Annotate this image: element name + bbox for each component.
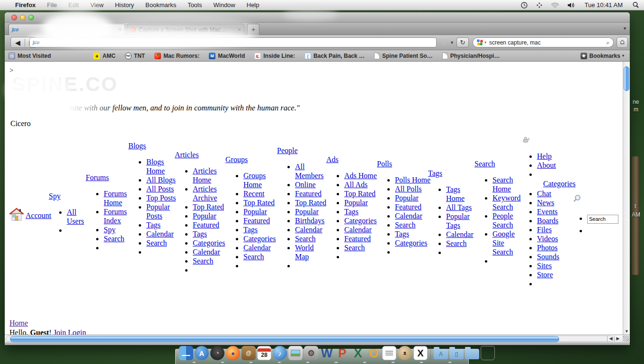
- back-button[interactable]: ◀: [11, 39, 25, 46]
- nav-link[interactable]: Events: [537, 208, 558, 216]
- nav-link[interactable]: Calendar: [193, 248, 220, 256]
- scroll-right-arrow[interactable]: ▶: [614, 336, 621, 342]
- nav-link[interactable]: Search: [446, 239, 467, 247]
- nav-link[interactable]: Forums Home: [104, 190, 127, 207]
- nav-link[interactable]: Google Site Search: [492, 230, 515, 256]
- dock-system-preferences-icon[interactable]: ⚙: [304, 346, 318, 360]
- column-heading-link[interactable]: Polls: [377, 160, 432, 168]
- nav-link[interactable]: Calendar: [395, 212, 422, 220]
- vertical-scrollbar-thumb[interactable]: [624, 66, 629, 91]
- nav-link[interactable]: Popular: [295, 208, 319, 216]
- nav-link[interactable]: Sounds: [537, 253, 559, 261]
- nav-link[interactable]: Articles Home: [193, 167, 217, 184]
- nav-link[interactable]: Popular: [193, 212, 216, 220]
- home-link[interactable]: Home: [9, 319, 28, 327]
- nav-link[interactable]: All Tags: [446, 203, 472, 211]
- vertical-scrollbar[interactable]: ▼: [623, 62, 630, 335]
- menu-help[interactable]: Help: [247, 1, 259, 9]
- menu-file[interactable]: File: [47, 1, 57, 9]
- nav-link[interactable]: Chat: [537, 190, 551, 198]
- nav-link[interactable]: Popular Tags: [446, 212, 470, 229]
- dock-address-book-icon[interactable]: @: [242, 346, 256, 360]
- bookmark-tnt[interactable]: TNT TNT: [125, 53, 145, 59]
- nav-link[interactable]: All Blogs: [146, 176, 176, 184]
- column-heading-link[interactable]: Search: [474, 160, 524, 168]
- nav-link[interactable]: All Users: [67, 208, 84, 225]
- minimize-window-button[interactable]: [20, 15, 26, 20]
- categories-heading-link[interactable]: Categories: [543, 180, 574, 188]
- nav-link[interactable]: Search: [243, 253, 264, 261]
- nav-link[interactable]: Popular: [395, 194, 419, 202]
- window-resize-grip[interactable]: [623, 336, 629, 342]
- dock-applications-folder-icon[interactable]: A: [434, 349, 448, 359]
- bookmark-mac-rumors[interactable]: 🍎 Mac Rumors:: [154, 53, 199, 59]
- bookmark-spine-patient[interactable]: Spine Patient So…: [374, 53, 433, 59]
- bookmark-macworld[interactable]: M MacWorld: [209, 53, 245, 59]
- column-heading-link[interactable]: Spy: [49, 192, 89, 200]
- url-bar[interactable]: ∫co: [29, 37, 437, 47]
- tab-capture-screenshot[interactable]: Capture a Screen Shot with Mac… ×: [127, 24, 244, 35]
- dock-downloads-folder-icon[interactable]: [465, 349, 479, 359]
- nav-link[interactable]: Photos: [537, 244, 558, 252]
- wifi-icon[interactable]: [551, 2, 559, 9]
- nav-link[interactable]: Store: [537, 271, 553, 279]
- dock-app-store-icon[interactable]: A: [195, 346, 209, 360]
- nav-link[interactable]: Tags: [395, 230, 409, 238]
- nav-link[interactable]: Popular: [243, 208, 267, 216]
- nav-link[interactable]: People Search: [492, 212, 513, 229]
- dock-trash-icon[interactable]: [481, 346, 495, 360]
- nav-link[interactable]: Categories: [395, 239, 427, 247]
- column-heading-link[interactable]: Forums: [86, 173, 134, 182]
- menu-edit[interactable]: Edit: [68, 1, 79, 9]
- nav-link[interactable]: Calendar: [243, 244, 271, 252]
- reload-button[interactable]: ↻: [456, 37, 469, 47]
- column-heading-link[interactable]: People: [277, 146, 327, 155]
- menu-history[interactable]: History: [115, 1, 134, 9]
- login-link[interactable]: Login: [68, 328, 86, 335]
- nav-link[interactable]: Sites: [537, 262, 552, 270]
- nav-link[interactable]: Top Rated: [295, 199, 326, 207]
- dock-textedit-icon[interactable]: [382, 346, 396, 360]
- nav-link[interactable]: Keyword Search: [492, 194, 521, 211]
- nav-link[interactable]: Popular: [344, 199, 368, 207]
- column-heading-link[interactable]: Articles: [175, 151, 231, 159]
- nav-link[interactable]: News: [537, 199, 554, 207]
- volume-icon[interactable]: [567, 2, 575, 9]
- tab-close-icon[interactable]: ×: [237, 26, 241, 33]
- nav-link[interactable]: Groups Home: [243, 172, 266, 189]
- add-user-icon[interactable]: +: [523, 136, 530, 145]
- account-link[interactable]: Account: [26, 211, 51, 220]
- bookmark-inside-line[interactable]: IL Inside Line:: [254, 53, 295, 59]
- menu-window[interactable]: Window: [214, 1, 235, 9]
- menu-tools[interactable]: Tools: [188, 1, 202, 9]
- dock-iphoto-icon[interactable]: [288, 346, 303, 360]
- tab-overflow-button[interactable]: ▾: [624, 26, 626, 31]
- nav-link[interactable]: Calendar: [146, 230, 174, 238]
- nav-link[interactable]: Featured: [193, 221, 219, 229]
- nav-link[interactable]: Categories: [243, 235, 276, 243]
- nav-link[interactable]: Top Rated: [243, 199, 275, 207]
- scroll-left-arrow[interactable]: ◀: [607, 336, 614, 342]
- search-engine-dropdown[interactable]: ▾: [484, 40, 486, 45]
- dock-powerpoint-icon[interactable]: P: [335, 346, 349, 360]
- nav-link[interactable]: Search: [193, 257, 214, 265]
- nav-link[interactable]: Featured: [344, 235, 371, 243]
- nav-link[interactable]: Polls Home: [395, 176, 430, 184]
- nav-link[interactable]: Featured: [295, 190, 322, 198]
- nav-link[interactable]: Help: [537, 152, 552, 160]
- bookmark-amc[interactable]: a AMC: [93, 53, 115, 59]
- horizontal-scrollbar-track[interactable]: [6, 336, 614, 342]
- horizontal-scrollbar[interactable]: ◀ ▶: [5, 335, 630, 342]
- window-title-bar[interactable]: [5, 12, 630, 23]
- bookmark-most-visited[interactable]: Most Visited: [9, 53, 51, 59]
- nav-link[interactable]: Featured: [395, 203, 421, 211]
- close-window-button[interactable]: [11, 15, 17, 20]
- nav-link[interactable]: Search: [344, 244, 365, 252]
- column-heading-link[interactable]: Blogs: [128, 142, 177, 150]
- dock-dashboard-icon[interactable]: ◔: [210, 346, 224, 360]
- nav-link[interactable]: Videos: [537, 235, 558, 243]
- nav-link[interactable]: Online: [295, 181, 316, 189]
- nav-link[interactable]: Search: [395, 221, 416, 229]
- nav-link[interactable]: All Ads: [344, 181, 367, 189]
- nav-link[interactable]: World Map: [295, 244, 314, 261]
